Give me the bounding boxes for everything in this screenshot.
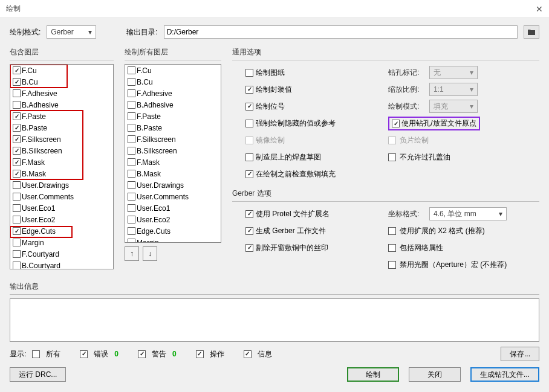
layer-checkbox[interactable] xyxy=(13,181,21,189)
layer-item[interactable]: User.Comments xyxy=(125,191,221,202)
outdir-input[interactable] xyxy=(164,25,518,39)
layer-item[interactable]: F.Silkscreen xyxy=(10,133,113,145)
plot-button[interactable]: 绘制 xyxy=(347,367,399,382)
browse-folder-button[interactable] xyxy=(524,25,539,39)
layer-item[interactable]: B.Cu xyxy=(125,76,221,88)
move-up-button[interactable]: ↑ xyxy=(125,246,139,261)
layer-item[interactable]: F.Paste xyxy=(10,111,113,122)
layer-checkbox[interactable] xyxy=(13,66,21,74)
layer-item[interactable]: B.Courtyard xyxy=(10,260,113,269)
layer-checkbox[interactable] xyxy=(13,89,21,97)
layer-item[interactable]: B.Silkscreen xyxy=(125,145,221,156)
scale-select[interactable]: 1:1▾ xyxy=(429,83,478,96)
layer-item[interactable]: Edge.Cuts xyxy=(125,225,221,237)
drill-mark-select[interactable]: 无▾ xyxy=(429,66,478,79)
layer-checkbox[interactable] xyxy=(128,239,135,243)
gen-drill-button[interactable]: 生成钻孔文件... xyxy=(470,367,539,382)
plot-fp-values-checkbox[interactable] xyxy=(245,86,253,94)
layer-checkbox[interactable] xyxy=(128,101,135,109)
layer-item[interactable]: F.Silkscreen xyxy=(125,133,221,145)
include-layers-list[interactable]: F.CuB.CuF.AdhesiveB.AdhesiveF.PasteB.Pas… xyxy=(10,64,114,269)
layer-checkbox[interactable] xyxy=(13,262,21,269)
layer-item[interactable]: F.Mask xyxy=(125,156,221,168)
show-info-checkbox[interactable] xyxy=(244,350,252,358)
use-x2-checkbox[interactable] xyxy=(388,227,396,235)
coord-format-select[interactable]: 4.6, 单位 mm▾ xyxy=(429,207,507,220)
plot-refs-checkbox[interactable] xyxy=(245,103,253,111)
layer-item[interactable]: F.Mask xyxy=(10,156,113,168)
show-warnings-checkbox[interactable] xyxy=(138,350,146,358)
show-actions-checkbox[interactable] xyxy=(196,350,204,358)
layer-item[interactable]: F.Adhesive xyxy=(125,88,221,99)
layer-checkbox[interactable] xyxy=(13,135,21,143)
output-messages[interactable] xyxy=(10,298,539,342)
layer-item[interactable]: B.Adhesive xyxy=(10,99,113,111)
layer-checkbox[interactable] xyxy=(13,124,21,132)
layer-checkbox[interactable] xyxy=(128,135,135,143)
layer-checkbox[interactable] xyxy=(13,158,21,166)
check-zones-checkbox[interactable] xyxy=(245,170,253,178)
plot-mode-select[interactable]: 填充▾ xyxy=(429,100,478,113)
layer-checkbox[interactable] xyxy=(128,170,135,178)
layer-item[interactable]: Margin xyxy=(10,237,113,248)
sketch-pads-checkbox[interactable] xyxy=(245,153,253,161)
save-button[interactable]: 保存... xyxy=(501,347,539,361)
use-drill-origin-checkbox[interactable] xyxy=(392,120,400,127)
layer-checkbox[interactable] xyxy=(13,239,21,246)
use-protel-checkbox[interactable] xyxy=(245,210,253,218)
layer-checkbox[interactable] xyxy=(13,170,21,178)
close-icon[interactable]: ✕ xyxy=(536,4,543,14)
layer-checkbox[interactable] xyxy=(128,193,135,201)
layer-checkbox[interactable] xyxy=(13,204,21,212)
subtract-silk-checkbox[interactable] xyxy=(245,244,253,252)
layer-checkbox[interactable] xyxy=(128,112,135,120)
show-errors-checkbox[interactable] xyxy=(80,350,88,358)
layer-item[interactable]: User.Drawings xyxy=(10,179,113,191)
force-hidden-checkbox[interactable] xyxy=(245,120,253,127)
plot-all-layers-list[interactable]: F.CuB.CuF.AdhesiveB.AdhesiveF.PasteB.Pas… xyxy=(125,64,221,243)
layer-checkbox[interactable] xyxy=(128,78,135,86)
include-net-checkbox[interactable] xyxy=(388,244,396,252)
layer-checkbox[interactable] xyxy=(128,181,135,189)
layer-checkbox[interactable] xyxy=(13,216,21,223)
layer-checkbox[interactable] xyxy=(128,124,135,132)
layer-checkbox[interactable] xyxy=(128,89,135,97)
disable-aperture-checkbox[interactable] xyxy=(388,261,396,269)
run-drc-button[interactable]: 运行 DRC... xyxy=(10,367,66,382)
plot-sheet-checkbox[interactable] xyxy=(245,69,253,77)
layer-checkbox[interactable] xyxy=(13,112,21,120)
layer-checkbox[interactable] xyxy=(13,78,21,86)
layer-checkbox[interactable] xyxy=(128,204,135,212)
layer-item[interactable]: B.Mask xyxy=(125,168,221,179)
layer-checkbox[interactable] xyxy=(13,147,21,155)
layer-item[interactable]: F.Cu xyxy=(125,65,221,76)
layer-item[interactable]: F.Cu xyxy=(10,65,113,76)
layer-checkbox[interactable] xyxy=(13,101,21,109)
layer-item[interactable]: F.Adhesive xyxy=(10,88,113,99)
gen-job-checkbox[interactable] xyxy=(245,227,253,235)
show-all-checkbox[interactable] xyxy=(32,350,40,358)
layer-item[interactable]: Edge.Cuts xyxy=(10,225,113,237)
layer-checkbox[interactable] xyxy=(128,66,135,74)
layer-item[interactable]: B.Mask xyxy=(10,168,113,179)
layer-item[interactable]: User.Eco1 xyxy=(125,202,221,214)
layer-checkbox[interactable] xyxy=(13,250,21,258)
layer-checkbox[interactable] xyxy=(13,193,21,201)
move-down-button[interactable]: ↓ xyxy=(143,246,157,261)
tent-vias-checkbox[interactable] xyxy=(388,153,396,161)
layer-item[interactable]: Margin xyxy=(125,237,221,243)
layer-checkbox[interactable] xyxy=(128,158,135,166)
layer-checkbox[interactable] xyxy=(128,227,135,235)
layer-item[interactable]: B.Paste xyxy=(125,122,221,133)
layer-item[interactable]: User.Comments xyxy=(10,191,113,202)
layer-item[interactable]: F.Paste xyxy=(125,111,221,122)
layer-checkbox[interactable] xyxy=(13,227,21,235)
layer-item[interactable]: User.Eco1 xyxy=(10,202,113,214)
layer-item[interactable]: User.Eco2 xyxy=(10,214,113,225)
layer-checkbox[interactable] xyxy=(128,216,135,223)
layer-item[interactable]: F.Courtyard xyxy=(10,248,113,260)
close-button[interactable]: 关闭 xyxy=(409,367,461,382)
layer-item[interactable]: User.Drawings xyxy=(125,179,221,191)
layer-checkbox[interactable] xyxy=(128,147,135,155)
layer-item[interactable]: B.Cu xyxy=(10,76,113,88)
